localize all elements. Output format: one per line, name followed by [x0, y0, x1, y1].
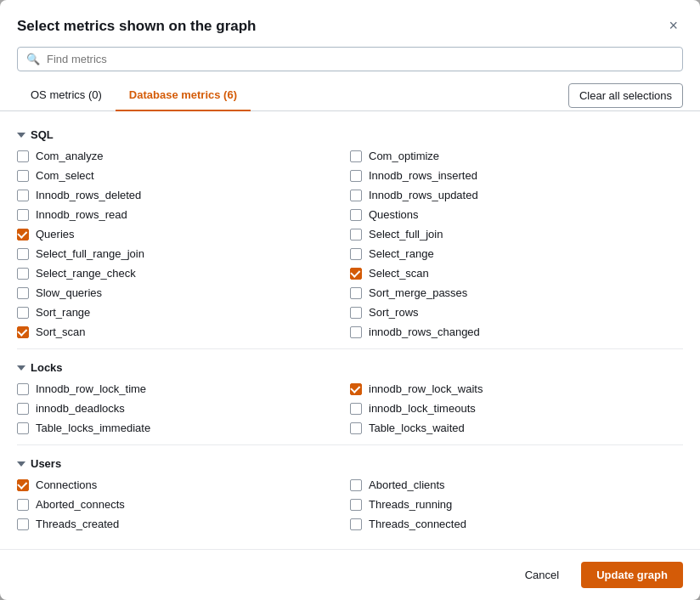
search-bar: 🔍	[17, 47, 683, 71]
innodb-row-lock-waits-checkbox[interactable]	[350, 383, 362, 395]
sort-range-checkbox[interactable]	[17, 307, 29, 319]
locks-section-label: Locks	[31, 361, 63, 374]
users-section-header[interactable]: Users	[17, 449, 683, 475]
select-full-range-join-checkbox[interactable]	[17, 248, 29, 260]
aborted-clients-checkbox[interactable]	[350, 479, 362, 491]
tabs-left: OS metrics (0) Database metrics (6)	[17, 80, 251, 110]
list-item: Select_full_range_join	[17, 244, 350, 263]
select-full-join-checkbox[interactable]	[350, 229, 362, 241]
list-item: Sort_rows	[350, 303, 683, 322]
innodb-rows-inserted-checkbox[interactable]	[350, 170, 362, 182]
list-item: Innodb_rows_deleted	[17, 185, 350, 205]
list-item: innodb_rows_changed	[350, 322, 683, 342]
metric-label: Sort_range	[36, 306, 90, 319]
innodb-row-lock-time-checkbox[interactable]	[17, 383, 29, 395]
search-icon: 🔍	[26, 53, 40, 65]
sql-section-label: SQL	[31, 128, 54, 141]
users-metrics-grid: Connections Aborted_clients Aborted_conn…	[17, 475, 683, 534]
list-item: Aborted_connects	[17, 495, 350, 514]
locks-collapse-icon	[17, 365, 25, 371]
select-range-check-checkbox[interactable]	[17, 268, 29, 280]
connections-checkbox[interactable]	[17, 479, 29, 491]
sql-section-header[interactable]: SQL	[17, 120, 683, 146]
metric-label: Select_range	[369, 247, 434, 260]
list-item: Innodb_rows_read	[17, 205, 350, 224]
metric-label: Threads_created	[36, 518, 119, 530]
locks-divider	[17, 444, 683, 445]
metric-label: Queries	[36, 228, 75, 241]
sort-rows-checkbox[interactable]	[350, 307, 362, 319]
list-item: Com_optimize	[350, 146, 683, 166]
threads-connected-checkbox[interactable]	[350, 518, 362, 530]
innodb-rows-changed-checkbox[interactable]	[350, 326, 362, 338]
metric-label: Slow_queries	[36, 286, 102, 299]
innodb-rows-deleted-checkbox[interactable]	[17, 190, 29, 201]
metric-label: Connections	[36, 478, 97, 491]
metric-label: innodb_deadlocks	[36, 402, 125, 415]
list-item: Threads_connected	[350, 514, 683, 534]
list-item: Connections	[17, 475, 350, 495]
list-item: Sort_range	[17, 303, 350, 322]
list-item: Table_locks_waited	[350, 418, 683, 438]
metric-label: innodb_row_lock_waits	[369, 382, 483, 395]
metric-label: Select_full_join	[369, 228, 443, 241]
metric-label: Com_select	[36, 169, 94, 182]
clear-all-button[interactable]: Clear all selections	[568, 83, 683, 108]
table-locks-waited-checkbox[interactable]	[350, 422, 362, 434]
metric-label: Com_optimize	[369, 150, 439, 162]
queries-checkbox[interactable]	[17, 229, 29, 241]
select-scan-checkbox[interactable]	[350, 268, 362, 280]
threads-running-checkbox[interactable]	[350, 499, 362, 511]
list-item: Aborted_clients	[350, 475, 683, 495]
threads-created-checkbox[interactable]	[17, 518, 29, 530]
list-item: Sort_scan	[17, 322, 350, 342]
sort-scan-checkbox[interactable]	[17, 326, 29, 338]
close-button[interactable]: ×	[663, 15, 683, 37]
list-item: Queries	[17, 224, 350, 244]
list-item: Table_locks_immediate	[17, 418, 350, 438]
sql-metrics-grid: Com_analyze Com_optimize Com_select Inno…	[17, 146, 683, 342]
sort-merge-passes-checkbox[interactable]	[350, 287, 362, 299]
aborted-connects-checkbox[interactable]	[17, 499, 29, 511]
metric-label: innodb_rows_changed	[369, 325, 480, 338]
select-range-checkbox[interactable]	[350, 248, 362, 260]
metric-label: Innodb_rows_deleted	[36, 189, 141, 201]
locks-metrics-grid: Innodb_row_lock_time innodb_row_lock_wai…	[17, 379, 683, 438]
list-item: innodb_row_lock_waits	[350, 379, 683, 399]
tabs-row: OS metrics (0) Database metrics (6) Clea…	[0, 80, 700, 111]
modal-body: SQL Com_analyze Com_optimize C	[0, 111, 700, 549]
list-item: Sort_merge_passes	[350, 283, 683, 303]
tab-os-metrics[interactable]: OS metrics (0)	[17, 80, 116, 111]
metric-label: Select_scan	[369, 267, 429, 280]
tab-database-metrics[interactable]: Database metrics (6)	[116, 80, 251, 111]
list-item: innodb_deadlocks	[17, 399, 350, 418]
com-analyze-checkbox[interactable]	[17, 150, 29, 162]
com-optimize-checkbox[interactable]	[350, 150, 362, 162]
metric-label: Select_range_check	[36, 267, 136, 280]
modal-title: Select metrics shown on the graph	[17, 18, 257, 35]
metric-label: Innodb_rows_updated	[369, 189, 478, 201]
com-select-checkbox[interactable]	[17, 170, 29, 182]
metric-label: Select_full_range_join	[36, 247, 144, 260]
list-item: Select_scan	[350, 263, 683, 283]
locks-section-header[interactable]: Locks	[17, 353, 683, 379]
innodb-rows-updated-checkbox[interactable]	[350, 190, 362, 201]
modal: Select metrics shown on the graph × 🔍 OS…	[0, 0, 700, 600]
list-item: Select_full_join	[350, 224, 683, 244]
modal-overlay: Select metrics shown on the graph × 🔍 OS…	[0, 0, 700, 600]
innodb-deadlocks-checkbox[interactable]	[17, 403, 29, 415]
innodb-rows-read-checkbox[interactable]	[17, 209, 29, 221]
sql-collapse-icon	[17, 133, 25, 138]
metric-label: Table_locks_waited	[369, 422, 465, 434]
innodb-lock-timeouts-checkbox[interactable]	[350, 403, 362, 415]
metric-label: Innodb_rows_read	[36, 208, 127, 221]
cancel-button[interactable]: Cancel	[511, 562, 573, 588]
slow-queries-checkbox[interactable]	[17, 287, 29, 299]
list-item: Com_analyze	[17, 146, 350, 166]
questions-checkbox[interactable]	[350, 209, 362, 221]
update-graph-button[interactable]: Update graph	[581, 562, 683, 588]
metric-label: Sort_merge_passes	[369, 286, 467, 299]
list-item: Select_range	[350, 244, 683, 263]
search-input[interactable]	[47, 53, 674, 65]
table-locks-immediate-checkbox[interactable]	[17, 422, 29, 434]
